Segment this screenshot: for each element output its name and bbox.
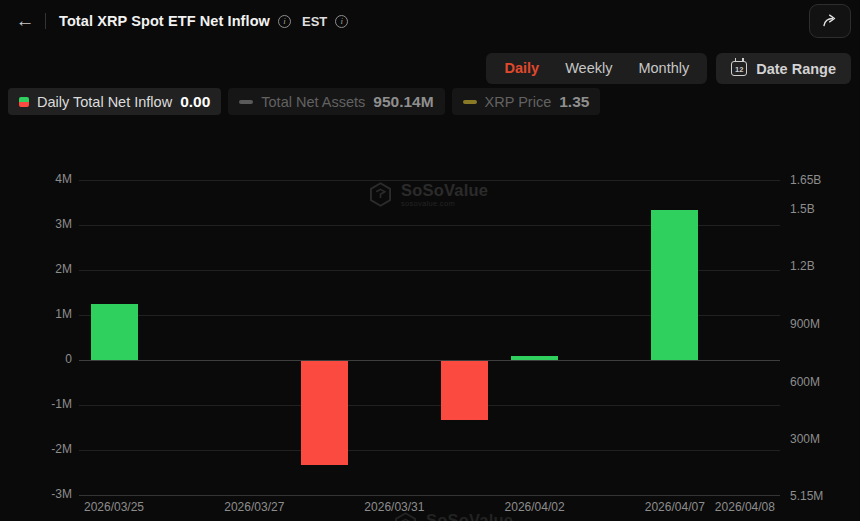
- legend-value: 0.00: [180, 93, 210, 111]
- left-axis-tick-label: 1M: [0, 307, 72, 321]
- split-green-red-square-icon: [19, 97, 29, 107]
- left-axis-tick-label: -2M: [0, 442, 72, 456]
- right-axis-tick-label: 1.2B: [790, 259, 815, 273]
- left-axis-tick-label: -3M: [0, 487, 72, 501]
- right-axis-tick-label: 1.5B: [790, 202, 815, 216]
- legend-item-xrp-price[interactable]: XRP Price 1.35: [452, 88, 601, 115]
- legend-value: 950.14M: [373, 93, 433, 111]
- period-tab-group: Daily Weekly Monthly: [486, 53, 707, 84]
- sosovalue-logo-icon: [367, 181, 394, 208]
- chart-bar-2026/03/30[interactable]: [301, 361, 348, 465]
- watermark-domain: sosovalue.com: [401, 199, 488, 208]
- legend-item-total-net-assets[interactable]: Total Net Assets 950.14M: [228, 88, 444, 115]
- page-title: Total XRP Spot ETF Net Inflow: [59, 13, 270, 29]
- gridline: [79, 360, 780, 361]
- left-axis-tick-label: 2M: [0, 262, 72, 276]
- share-button[interactable]: [809, 4, 851, 38]
- watermark-brand: SoSoValue: [426, 512, 513, 521]
- chart-bar-2026/04/01[interactable]: [441, 361, 488, 420]
- legend-item-daily-net-inflow[interactable]: Daily Total Net Inflow 0.00: [8, 88, 221, 115]
- right-axis-tick-label: 5.15M: [790, 489, 823, 503]
- date-range-button[interactable]: 12 Date Range: [716, 53, 851, 84]
- date-range-label: Date Range: [756, 61, 836, 77]
- right-axis-tick-label: 600M: [790, 375, 820, 389]
- left-axis-tick-label: 4M: [0, 172, 72, 186]
- legend-label: Daily Total Net Inflow: [37, 94, 172, 110]
- gridline: [79, 450, 780, 451]
- gridline: [79, 405, 780, 406]
- left-axis-tick-label: 3M: [0, 217, 72, 231]
- info-icon[interactable]: [278, 15, 291, 28]
- app-root: { "header": { "back_icon": "arrow-left-i…: [0, 0, 860, 521]
- gridline: [79, 495, 780, 496]
- tab-monthly[interactable]: Monthly: [625, 53, 702, 84]
- x-axis-tick-label: 2026/03/31: [364, 500, 424, 514]
- right-axis-tick-label: 900M: [790, 317, 820, 331]
- chart-bar-2026/04/02[interactable]: [511, 356, 558, 360]
- legend-value: 1.35: [559, 93, 589, 111]
- chart-legend: Daily Total Net Inflow 0.00 Total Net As…: [8, 88, 600, 115]
- gray-dash-icon: [239, 100, 253, 104]
- timezone-label: EST: [302, 14, 327, 29]
- bar-chart-canvas[interactable]: SoSoValue sosovalue.com SoSoValue sosova…: [0, 140, 860, 521]
- yellow-dash-icon: [463, 100, 477, 104]
- chart-bar-2026/03/25[interactable]: [91, 304, 138, 360]
- chart-controls: Daily Weekly Monthly 12 Date Range: [486, 53, 851, 84]
- right-axis-tick-label: 1.65B: [790, 173, 821, 187]
- share-arrow-icon: [821, 12, 839, 30]
- left-axis-tick-label: -1M: [0, 397, 72, 411]
- left-axis-tick-label: 0: [0, 352, 72, 366]
- back-arrow-icon[interactable]: [12, 8, 38, 34]
- sosovalue-watermark: SoSoValue sosovalue.com: [367, 181, 488, 208]
- legend-label: Total Net Assets: [261, 94, 365, 110]
- x-axis-tick-label: 2026/04/02: [505, 500, 565, 514]
- header-bar: Total XRP Spot ETF Net Inflow EST: [0, 0, 860, 42]
- info-icon[interactable]: [335, 15, 348, 28]
- x-axis-tick-label: 2026/03/27: [224, 500, 284, 514]
- x-axis-tick-label: 2026/04/08: [715, 500, 775, 514]
- x-axis-tick-label: 2026/03/25: [84, 500, 144, 514]
- x-axis-tick-label: 2026/04/07: [645, 500, 705, 514]
- chart-bar-2026/04/07[interactable]: [651, 210, 698, 360]
- right-axis-tick-label: 300M: [790, 432, 820, 446]
- gridline: [79, 180, 780, 181]
- header-divider: [45, 13, 46, 29]
- calendar-icon: 12: [731, 61, 747, 76]
- tab-weekly[interactable]: Weekly: [552, 53, 625, 84]
- watermark-brand: SoSoValue: [401, 182, 488, 199]
- tab-daily[interactable]: Daily: [491, 53, 552, 84]
- legend-label: XRP Price: [485, 94, 552, 110]
